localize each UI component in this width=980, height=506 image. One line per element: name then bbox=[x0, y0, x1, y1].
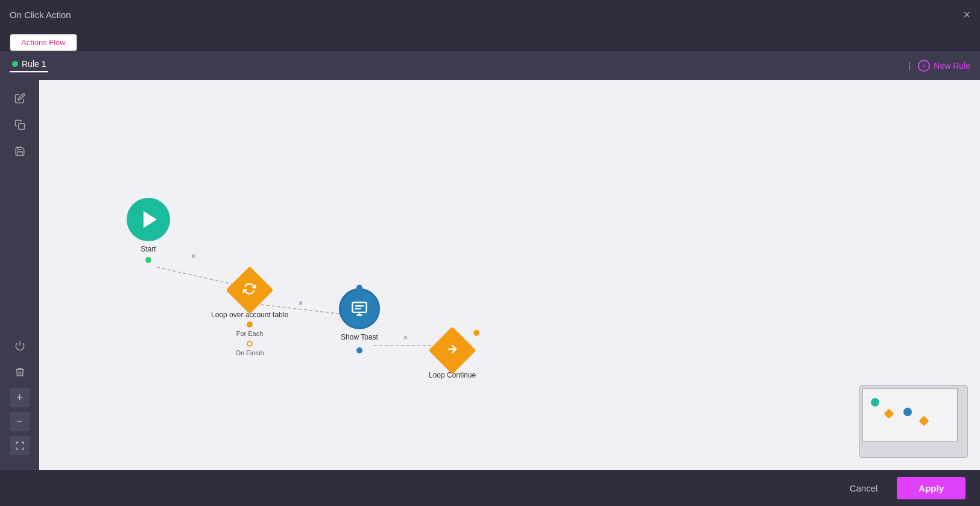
loop-continue-input-port[interactable] bbox=[473, 330, 479, 336]
plus-circle-icon: + bbox=[918, 60, 930, 72]
loop-diamond-wrapper bbox=[233, 273, 267, 307]
toast-input-port[interactable] bbox=[356, 285, 362, 291]
svg-rect-5 bbox=[352, 303, 366, 312]
loop-onfinish-label: On Finish bbox=[236, 349, 264, 356]
left-sidebar: + − bbox=[0, 80, 39, 470]
rule-tab-1[interactable]: Rule 1 bbox=[10, 59, 48, 72]
flow-canvas[interactable]: × × × Start bbox=[39, 80, 980, 470]
connections-svg bbox=[39, 80, 980, 470]
new-rule-label: New Rule bbox=[934, 61, 970, 71]
divider: | bbox=[908, 60, 911, 71]
show-toast-node[interactable]: Show Toast bbox=[339, 288, 380, 341]
rule-active-dot bbox=[12, 61, 18, 67]
conn-x-2: × bbox=[299, 299, 303, 308]
modal-container: On Click Action × Actions Flow Rule 1 | … bbox=[0, 0, 980, 506]
play-icon bbox=[144, 211, 157, 228]
start-node[interactable]: Start bbox=[127, 198, 170, 253]
toast-output-port[interactable] bbox=[356, 347, 362, 353]
loop-onfinish-port[interactable] bbox=[247, 341, 253, 347]
start-output-port[interactable] bbox=[145, 257, 151, 263]
modal-title: On Click Action bbox=[10, 10, 71, 20]
copy-icon[interactable] bbox=[9, 114, 31, 136]
conn-x-1: × bbox=[191, 252, 195, 261]
toast-circle bbox=[339, 288, 380, 329]
start-label: Start bbox=[141, 245, 156, 253]
minimap-inner bbox=[860, 386, 967, 457]
loop-node[interactable]: Loop over account table For Each On Fini… bbox=[211, 273, 288, 356]
minimap-start bbox=[871, 398, 879, 406]
fit-view-button[interactable] bbox=[10, 436, 30, 455]
close-button[interactable]: × bbox=[963, 8, 970, 21]
svg-rect-0 bbox=[18, 124, 24, 130]
loop-continue-diamond bbox=[428, 326, 476, 374]
bottom-bar: Cancel Apply bbox=[0, 470, 980, 506]
toast-label: Show Toast bbox=[341, 333, 378, 341]
loop-diamond bbox=[226, 266, 273, 314]
actions-flow-tab[interactable]: Actions Flow bbox=[10, 34, 77, 51]
apply-button[interactable]: Apply bbox=[897, 477, 966, 499]
loop-foreach-label: For Each bbox=[236, 330, 264, 337]
loop-continue-node[interactable]: Loop Continue bbox=[429, 334, 476, 379]
minimap bbox=[859, 385, 968, 458]
loop-continue-icon bbox=[446, 343, 459, 359]
content-area: + − × × × bbox=[0, 80, 980, 470]
loop-foreach-port[interactable] bbox=[247, 321, 253, 327]
start-circle bbox=[127, 198, 170, 241]
rule-tab-label: Rule 1 bbox=[22, 59, 46, 69]
cancel-button[interactable]: Cancel bbox=[838, 478, 890, 498]
minimap-toast bbox=[903, 408, 912, 416]
zoom-in-button[interactable]: + bbox=[10, 388, 30, 407]
zoom-controls: + − bbox=[10, 388, 30, 463]
save-icon[interactable] bbox=[9, 141, 31, 162]
rule-tabs-bar: Rule 1 | + New Rule bbox=[0, 51, 980, 80]
zoom-out-button[interactable]: − bbox=[10, 412, 30, 431]
tab-bar: Actions Flow bbox=[0, 29, 980, 51]
trash-icon[interactable] bbox=[9, 361, 31, 383]
power-icon[interactable] bbox=[9, 335, 31, 356]
conn-x-3: × bbox=[403, 334, 408, 342]
loop-icon bbox=[243, 282, 256, 299]
loop-continue-diamond-wrapper bbox=[435, 334, 469, 367]
pencil-icon[interactable] bbox=[9, 87, 31, 109]
title-bar: On Click Action × bbox=[0, 0, 980, 29]
new-rule-button[interactable]: + New Rule bbox=[918, 60, 970, 72]
